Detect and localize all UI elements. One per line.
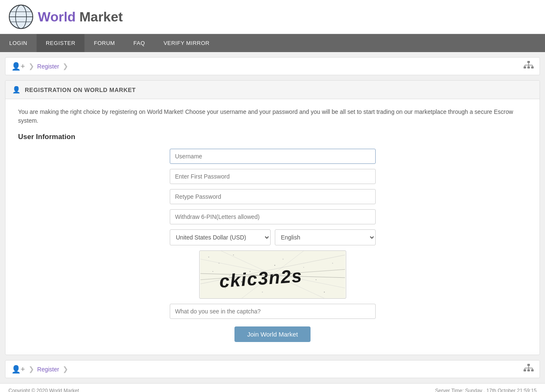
svg-rect-41 bbox=[524, 369, 526, 371]
svg-point-21 bbox=[219, 263, 219, 263]
svg-point-25 bbox=[316, 279, 316, 280]
user-add-icon: 👤+ bbox=[11, 62, 25, 71]
header: World Market bbox=[0, 0, 545, 34]
server-time: Server Time: Sunday , 17th October 21:59… bbox=[435, 388, 537, 392]
chevron-right-icon-bottom-2: ❯ bbox=[63, 365, 68, 373]
captcha-image: ckic3n2s bbox=[199, 250, 346, 299]
card-title: REGISTRATION ON WORLD MARKET bbox=[25, 87, 136, 93]
svg-point-33 bbox=[303, 267, 304, 268]
join-button[interactable]: Join World Market bbox=[234, 326, 311, 342]
sitemap-icon bbox=[524, 61, 534, 71]
svg-point-22 bbox=[233, 255, 234, 255]
svg-rect-6 bbox=[527, 61, 530, 63]
svg-point-5 bbox=[9, 5, 33, 29]
svg-rect-7 bbox=[524, 66, 526, 68]
nav-verify-mirror[interactable]: VERIFY MIRROR bbox=[154, 34, 219, 52]
svg-rect-8 bbox=[527, 66, 530, 68]
svg-point-24 bbox=[282, 259, 283, 260]
registration-card: 👤 REGISTRATION ON WORLD MARKET You are m… bbox=[5, 80, 540, 355]
breadcrumb-bottom-left: 👤+ ❯ Register ❯ bbox=[11, 365, 68, 374]
card-body: You are making the right choice by regis… bbox=[5, 99, 540, 355]
svg-rect-9 bbox=[531, 66, 534, 68]
nav-forum[interactable]: FORUM bbox=[84, 34, 124, 52]
breadcrumb-label-bottom: Register bbox=[37, 366, 59, 373]
register-icon: 👤 bbox=[12, 86, 21, 94]
retype-password-input[interactable] bbox=[170, 189, 376, 204]
svg-point-20 bbox=[208, 257, 209, 258]
breadcrumb-left: 👤+ ❯ Register ❯ bbox=[11, 62, 68, 71]
svg-rect-40 bbox=[527, 364, 530, 366]
svg-point-29 bbox=[324, 292, 324, 292]
nav-login[interactable]: LOGIN bbox=[0, 34, 37, 52]
logo-text: World Market bbox=[38, 9, 123, 25]
nav-faq[interactable]: FAQ bbox=[124, 34, 155, 52]
breadcrumb-top: 👤+ ❯ Register ❯ bbox=[5, 57, 540, 75]
svg-point-26 bbox=[332, 263, 333, 263]
navigation: LOGIN REGISTER FORUM FAQ VERIFY MIRROR bbox=[0, 34, 545, 52]
nav-register[interactable]: REGISTER bbox=[37, 34, 84, 52]
svg-point-38 bbox=[291, 273, 292, 274]
svg-point-28 bbox=[262, 292, 263, 292]
section-title: User Information bbox=[18, 133, 527, 141]
breadcrumb-bottom: 👤+ ❯ Register ❯ bbox=[5, 360, 540, 378]
breadcrumb-label: Register bbox=[37, 63, 59, 70]
svg-point-37 bbox=[241, 282, 242, 282]
copyright-text: Copyright © 2020 World Market bbox=[8, 388, 79, 392]
copyright-bar: Copyright © 2020 World Market Server Tim… bbox=[0, 383, 545, 392]
user-add-icon-bottom: 👤+ bbox=[11, 365, 25, 374]
selects-row: United States Dollar (USD) Bitcoin (BTC)… bbox=[170, 229, 376, 245]
sitemap-icon-bottom bbox=[524, 364, 534, 374]
password-input[interactable] bbox=[170, 169, 376, 184]
svg-rect-43 bbox=[531, 369, 534, 371]
intro-text: You are making the right choice by regis… bbox=[18, 108, 527, 125]
captcha-input[interactable] bbox=[170, 304, 376, 319]
currency-select[interactable]: United States Dollar (USD) Bitcoin (BTC)… bbox=[170, 229, 271, 245]
card-header: 👤 REGISTRATION ON WORLD MARKET bbox=[5, 81, 540, 99]
registration-form: United States Dollar (USD) Bitcoin (BTC)… bbox=[18, 149, 527, 342]
globe-icon bbox=[8, 4, 34, 29]
pin-input[interactable] bbox=[170, 209, 376, 224]
chevron-right-icon-2: ❯ bbox=[63, 62, 68, 70]
logo: World Market bbox=[8, 4, 123, 29]
chevron-right-icon-bottom: ❯ bbox=[29, 365, 34, 373]
main-content: 👤 REGISTRATION ON WORLD MARKET You are m… bbox=[5, 80, 540, 355]
svg-point-39 bbox=[274, 265, 275, 266]
chevron-right-icon: ❯ bbox=[29, 62, 34, 70]
svg-rect-42 bbox=[527, 369, 530, 371]
svg-point-30 bbox=[212, 271, 213, 272]
username-input[interactable] bbox=[170, 149, 376, 164]
language-select[interactable]: English Spanish French German bbox=[275, 229, 376, 245]
